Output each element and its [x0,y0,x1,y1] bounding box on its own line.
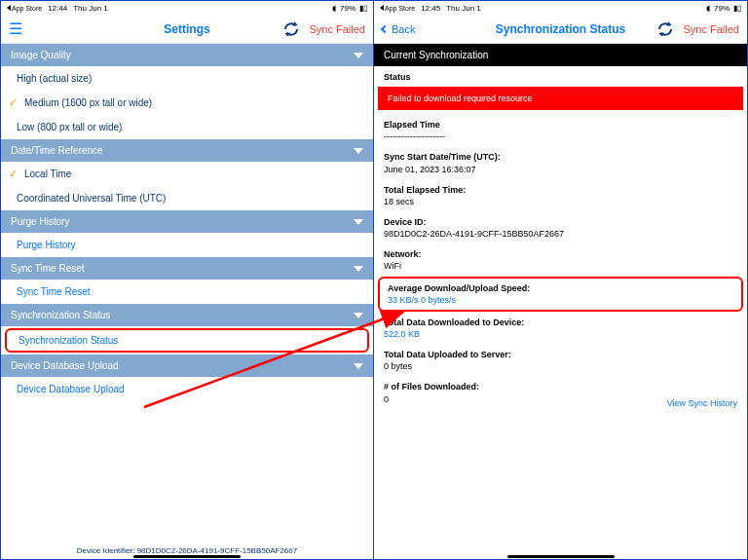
network-label: Network: [384,248,737,260]
check-icon: ✓ [9,168,18,180]
downloaded-label: Total Data Downloaded to Device: [384,317,737,328]
chevron-down-icon [354,148,363,154]
option-medium[interactable]: ✓Medium (1600 px tall or wide) [1,91,373,115]
section-sync-status[interactable]: Synchronization Status [1,304,373,326]
status-day: Thu Jun 1 [73,4,108,13]
chevron-down-icon [354,219,363,225]
start-label: Sync Start Date/Time (UTC): [384,151,737,163]
device-id-value: 98D1D0C2-26DA-4191-9CFF-15BB50AF2667 [384,228,737,240]
option-utc[interactable]: Coordinated Universal Time (UTC) [1,186,373,210]
battery-icon: ▮▯ [359,4,367,13]
total-elapsed-label: Total Elapsed Time: [384,184,737,196]
home-indicator [133,555,241,558]
current-sync-header: Current Synchronization [374,44,747,66]
sync-status-content: Current Synchronization Status Failed to… [374,44,747,559]
nav-bar: ☰ Settings Sync Failed [1,15,373,44]
db-upload-link[interactable]: Device Database Upload [1,377,373,401]
wifi-icon: ◖ [332,4,336,13]
section-db-upload[interactable]: Device Database Upload [1,355,373,377]
sync-status-text[interactable]: Sync Failed [310,23,365,35]
avg-speed-value: 33 KB/s 0 bytes/s [388,294,733,306]
uploaded-value: 0 bytes [384,360,737,372]
section-sync-reset[interactable]: Sync Time Reset [1,257,373,280]
settings-content: Image Quality High (actual size) ✓Medium… [1,44,373,559]
sync-icon[interactable] [656,20,674,38]
device-id-label: Device ID: [384,216,737,228]
menu-icon[interactable]: ☰ [9,21,22,37]
back-to-app[interactable]: App Store [380,5,415,12]
back-button[interactable]: Back [382,23,415,35]
sync-status-pane: App Store 12:45 Thu Jun 1 ◖ 79% ▮▯ Back … [374,1,747,559]
page-title: Settings [164,22,209,36]
total-elapsed-value: 18 secs [384,196,737,207]
purge-history-link[interactable]: Purge History [1,233,373,257]
chevron-left-icon [381,24,389,32]
chevron-down-icon [354,363,363,369]
sync-time-reset-link[interactable]: Sync Time Reset [1,280,373,304]
error-banner: Failed to download required resource [378,87,743,110]
sync-icon[interactable] [282,20,300,38]
chevron-down-icon [354,313,363,318]
section-image-quality[interactable]: Image Quality [1,44,373,66]
option-low[interactable]: Low (800 px tall or wide) [1,115,373,139]
chevron-down-icon [354,53,363,58]
battery-percent: 79% [714,4,729,13]
uploaded-label: Total Data Uploaded to Server: [384,349,737,360]
status-time: 12:45 [421,4,440,13]
view-sync-history-link[interactable]: View Sync History [667,398,737,408]
battery-icon: ▮▯ [733,4,741,13]
section-datetime[interactable]: Date/Time Reference [1,139,373,162]
nav-bar: Back Synchronization Status Sync Failed [374,15,747,44]
back-to-app[interactable]: App Store [7,5,42,12]
status-bar: App Store 12:45 Thu Jun 1 ◖ 79% ▮▯ [374,1,747,15]
home-indicator [507,555,615,558]
chevron-down-icon [354,266,363,272]
start-value: June 01, 2023 16:36:07 [384,164,737,175]
status-label: Status [384,71,737,83]
section-purge[interactable]: Purge History [1,210,373,233]
device-identifier: Device Identifier: 98D1D0C2-26DA-4191-9C… [1,546,373,555]
check-icon: ✓ [9,96,18,109]
elapsed-label: Elapsed Time [384,119,737,131]
status-time: 12:44 [48,4,67,13]
wifi-icon: ◖ [706,4,710,13]
network-value: WiFi [384,260,737,272]
status-bar: App Store 12:44 Thu Jun 1 ◖ 79% ▮▯ [1,1,373,15]
sync-status-link[interactable]: Synchronization Status [5,328,369,353]
sync-status-text[interactable]: Sync Failed [684,23,739,35]
settings-pane: App Store 12:44 Thu Jun 1 ◖ 79% ▮▯ ☰ Set… [1,1,374,559]
page-title: Synchronization Status [496,22,625,36]
option-local-time[interactable]: ✓Local Time [1,162,373,186]
option-high[interactable]: High (actual size) [1,66,373,91]
downloaded-value: 522.0 KB [384,328,737,340]
avg-speed-label: Average Download/Upload Speed: [388,282,733,294]
status-day: Thu Jun 1 [446,4,481,13]
elapsed-value: --------------------- [384,131,737,142]
files-label: # of Files Downloaded: [384,381,737,392]
battery-percent: 79% [340,4,355,13]
